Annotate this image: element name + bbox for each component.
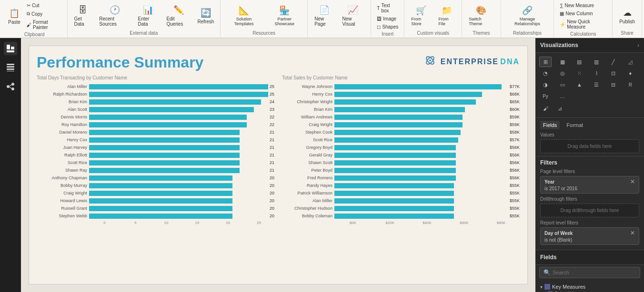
switch-theme-button[interactable]: 🎨 Switch Theme (466, 3, 496, 28)
left-chart-axis: 0510152025 (89, 221, 274, 225)
search-input[interactable] (553, 270, 636, 275)
viz-icon-r[interactable]: R (624, 79, 636, 90)
year-filter-close[interactable]: ✕ (630, 178, 635, 185)
axis-tick: 20 (212, 221, 243, 225)
table-row: Shawn Ray 21 (37, 167, 274, 174)
viz-icon-py[interactable]: Py (539, 91, 552, 101)
viz-icon-custom[interactable]: … (556, 91, 569, 101)
drillthrough-dropzone[interactable]: Drag drillthrough fields here (540, 204, 639, 217)
solution-templates-button[interactable]: 📐 Solution Templates (224, 3, 263, 28)
edit-queries-button[interactable]: ✏️ Edit Queries (163, 3, 193, 29)
viz-icon-map[interactable]: ♦ (624, 68, 636, 78)
group-name: Key Measures (552, 284, 585, 290)
manage-relationships-button[interactable]: 🔗 Manage Relationships (505, 3, 550, 28)
from-file-icon: 📁 (442, 5, 452, 16)
from-file-button[interactable]: 📁 From File (435, 3, 458, 28)
data-view-icon[interactable] (4, 61, 17, 74)
bar-fill (89, 206, 232, 211)
bar-track (89, 168, 268, 173)
viz-icon-table[interactable]: ⊞ (539, 57, 552, 67)
table-row: Ralph Elliott 21 (37, 152, 274, 158)
viz-paint-icon[interactable]: 🖌 (539, 103, 552, 114)
bar-label: Alan Scott (37, 107, 89, 112)
dow-filter-close[interactable]: ✕ (630, 230, 635, 236)
viz-icon-clustered-bar[interactable]: ▥ (590, 57, 603, 67)
new-measure-icon: ∑ (560, 3, 563, 8)
fields-search-box[interactable]: 🔍 (539, 267, 640, 278)
viz-filter-icon[interactable]: ⊿ (553, 103, 566, 114)
new-measure-button[interactable]: ∑ New Measure (558, 2, 608, 9)
text-box-button[interactable]: T Text box (375, 2, 400, 14)
new-page-button[interactable]: 📄 New Page (312, 3, 337, 29)
table-row: Gerald Gray $56K (282, 152, 520, 158)
shapes-button[interactable]: ◻ Shapes (375, 23, 400, 30)
bar-fill (334, 198, 454, 204)
bar-label: Ralph Elliott (37, 153, 89, 157)
bar-label: Roy Hamilton (37, 122, 89, 127)
partner-showcase-button[interactable]: 🏪 Partner Showcase (265, 3, 303, 28)
ribbon-group-clipboard: 📋 Paste ✂ Cut ⧉ Copy 🖌 Format Painter Cl… (2, 0, 68, 38)
axis-tick: 5 (120, 221, 151, 225)
bar-label: Henry Cox (282, 92, 334, 97)
model-view-icon[interactable] (4, 80, 17, 93)
new-column-icon: ▦ (560, 11, 564, 16)
enter-data-button[interactable]: 📊 Enter Data (135, 3, 162, 29)
format-painter-button[interactable]: 🖌 Format Painter (25, 19, 63, 31)
viz-icon-waterfall[interactable]: ⌇ (590, 68, 603, 78)
visualizations-header: Visualizations › (535, 38, 644, 53)
right-panel: Visualizations › ⊞ ▦ ▤ ▥ ╱ ◿ ◔ ◎ ⁙ ⌇ ⊡ ♦… (535, 38, 644, 292)
dow-filter-chip[interactable]: Day of Week ✕ is not (Blank) (540, 227, 639, 245)
values-dropzone[interactable]: Drag data fields here (540, 139, 639, 153)
viz-icon-pie[interactable]: ◔ (539, 68, 552, 78)
copy-button[interactable]: ⧉ Copy (25, 10, 63, 18)
paste-button[interactable]: 📋 Paste (6, 6, 23, 27)
cut-button[interactable]: ✂ Cut (25, 2, 63, 9)
viz-icon-slicer[interactable]: ☰ (590, 79, 603, 90)
bar-value: $55K (510, 214, 520, 218)
viz-icon-stacked-bar[interactable]: ▤ (573, 57, 585, 67)
image-button[interactable]: 🖼 Image (375, 15, 400, 22)
bar-value: 20 (270, 206, 274, 211)
tab-format[interactable]: Format (564, 121, 586, 129)
viz-icon-scatter[interactable]: ⁙ (573, 68, 585, 78)
axis-tick: 25 (243, 221, 274, 225)
viz-icon-area[interactable]: ◿ (624, 57, 636, 67)
new-visual-button[interactable]: 📈 New Visual (340, 3, 367, 29)
viz-icon-kpi[interactable]: ▲ (573, 79, 585, 90)
bar-value: 20 (270, 191, 274, 195)
visualizations-expand-icon[interactable]: › (637, 42, 639, 48)
viz-icons-panel: ⊞ ▦ ▤ ▥ ╱ ◿ ◔ ◎ ⁙ ⌇ ⊡ ♦ ◑ ▭ ▲ ☰ ⊟ R Py … (535, 53, 644, 118)
new-quick-measure-button[interactable]: ⚡ New Quick Measure (558, 18, 608, 30)
viz-icon-matrix[interactable]: ⊟ (607, 79, 620, 90)
logo-dna-text: DNA (500, 58, 520, 66)
get-data-button[interactable]: 🗄 Get Data (71, 3, 95, 29)
viz-icon-card[interactable]: ▭ (556, 79, 569, 90)
new-column-button[interactable]: ▦ New Column (558, 10, 608, 17)
viz-icon-line[interactable]: ╱ (607, 57, 620, 67)
refresh-icon: 🔄 (201, 8, 211, 18)
axis-tick: $20K (372, 221, 409, 225)
year-filter-chip[interactable]: Year ✕ is 2017 or 2016 (540, 176, 639, 194)
viz-icon-bar[interactable]: ▦ (556, 57, 569, 67)
bar-value: 22 (270, 122, 274, 127)
svg-rect-2 (7, 50, 14, 52)
tab-fields[interactable]: Fields (540, 121, 560, 129)
viz-icon-donut[interactable]: ◎ (556, 68, 569, 78)
table-row: Brian Kim 24 (37, 98, 274, 105)
refresh-button[interactable]: 🔄 Refresh (195, 6, 216, 26)
bar-track (334, 145, 508, 150)
recent-sources-button[interactable]: 🕐 Recent Sources (96, 3, 133, 29)
bar-fill (334, 137, 458, 143)
bar-track (334, 183, 508, 188)
fields-title: Fields (540, 254, 639, 261)
viz-icon-gauge[interactable]: ◑ (539, 79, 552, 90)
field-group-header-key-measures[interactable]: ▾ Key Measures (540, 283, 639, 291)
bar-label: Christopher Hudson (282, 206, 334, 211)
bar-track (89, 99, 268, 105)
report-view-icon[interactable] (4, 42, 17, 55)
viz-icon-treemap[interactable]: ⊡ (607, 68, 620, 78)
bar-track (334, 206, 508, 211)
field-group-key-measures[interactable]: ▾ Key Measures Sales LY Sales Not Today … (540, 283, 639, 292)
publish-button[interactable]: ☁ Publish (616, 6, 638, 26)
from-store-button[interactable]: 🛒 From Store (408, 3, 433, 28)
